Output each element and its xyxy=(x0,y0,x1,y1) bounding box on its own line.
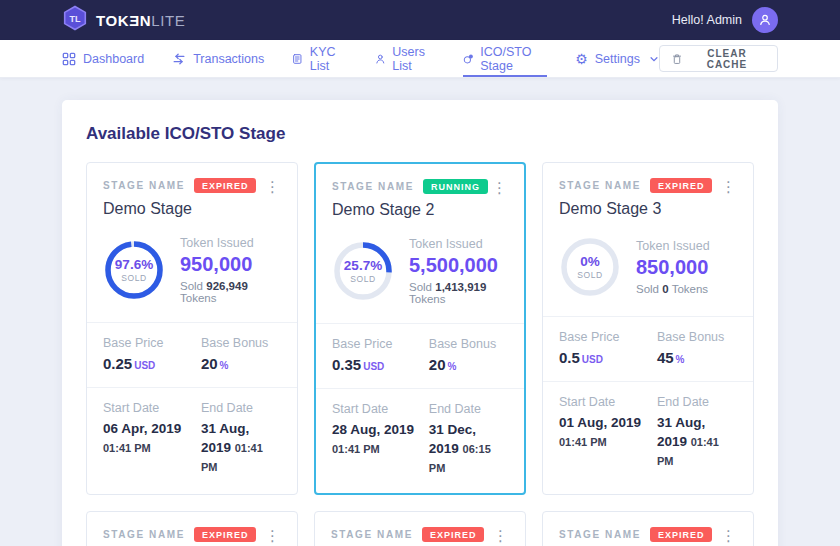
content-panel: Available ICO/STO Stage ⋮ STAGE NAME EXP… xyxy=(62,100,778,546)
percent-unit: % xyxy=(220,360,229,371)
sold-percentage-donut: 25.7% SOLD xyxy=(332,240,394,302)
stage-card: ⋮ STAGE NAME EXPIRED Demo Stage 4 0% SOL… xyxy=(86,511,298,546)
user-avatar[interactable] xyxy=(752,7,778,33)
end-date-label: End Date xyxy=(201,401,281,415)
token-issued-amount: 950,000 xyxy=(180,253,281,276)
sold-percent-value: 97.6% xyxy=(115,257,153,272)
base-bonus-value: 45% xyxy=(657,349,737,366)
stage-name-label: STAGE NAME xyxy=(331,529,413,540)
end-date-value: 31 Aug, 2019 01:41 PM xyxy=(201,420,281,477)
stage-status-badge: EXPIRED xyxy=(650,178,713,193)
start-time-value: 01:41 PM xyxy=(559,436,607,448)
start-date-label: Start Date xyxy=(332,402,429,416)
top-bar: TL TOKƎNLITE Hello! Admin xyxy=(0,0,840,40)
stage-card: ⋮ STAGE NAME RUNNING Demo Stage 2 25.7% … xyxy=(314,162,526,495)
stage-title: Demo Stage xyxy=(103,200,281,218)
kebab-menu-icon[interactable]: ⋮ xyxy=(260,526,285,545)
usd-unit: USD xyxy=(134,360,155,371)
sold-percentage-donut: 97.6% SOLD xyxy=(103,239,165,301)
kebab-menu-icon[interactable]: ⋮ xyxy=(716,177,741,196)
nav-item-kyc-list[interactable]: KYC List xyxy=(292,40,346,77)
kebab-menu-icon[interactable]: ⋮ xyxy=(260,177,285,196)
nav-label: Settings xyxy=(595,52,640,66)
base-price-value: 0.5USD xyxy=(559,349,657,366)
nav-item-users-list[interactable]: Users List xyxy=(375,40,435,77)
base-price-label: Base Price xyxy=(559,330,657,344)
token-issued-label: Token Issued xyxy=(409,237,508,251)
token-issued-amount: 5,500,000 xyxy=(409,254,508,277)
percent-unit: % xyxy=(447,361,456,372)
stage-card: ⋮ STAGE NAME EXPIRED Demo Stage 5 0% SOL… xyxy=(314,511,526,546)
start-date-label: Start Date xyxy=(103,401,201,415)
dates-row: Start Date 28 Aug, 2019 01:41 PM End Dat… xyxy=(316,388,524,493)
start-time-value: 01:41 PM xyxy=(332,443,380,455)
ico-coins-icon xyxy=(463,52,474,66)
nav-item-transactions[interactable]: Transactions xyxy=(172,40,264,77)
sold-tokens-line: Sold 0 Tokens xyxy=(636,283,710,295)
person-icon xyxy=(758,13,772,27)
clear-cache-button[interactable]: CLEAR CACHE xyxy=(659,45,778,72)
base-bonus-label: Base Bonus xyxy=(201,336,281,350)
transactions-arrows-icon xyxy=(172,52,186,66)
page-title: Available ICO/STO Stage xyxy=(86,124,754,144)
kebab-menu-icon[interactable]: ⋮ xyxy=(487,178,512,197)
sold-percent-value: 25.7% xyxy=(344,258,382,273)
clear-cache-label: CLEAR CACHE xyxy=(689,48,765,70)
dates-row: Start Date 06 Apr, 2019 01:41 PM End Dat… xyxy=(87,387,297,492)
base-bonus-label: Base Bonus xyxy=(429,337,508,351)
stage-name-label: STAGE NAME xyxy=(332,181,414,192)
stage-status-badge: EXPIRED xyxy=(650,527,713,542)
end-date-label: End Date xyxy=(429,402,508,416)
svg-text:TL: TL xyxy=(70,14,81,24)
base-price-label: Base Price xyxy=(103,336,201,350)
percent-unit: % xyxy=(676,354,685,365)
start-date-value: 06 Apr, 2019 01:41 PM xyxy=(103,420,201,458)
sold-percent-value: 0% xyxy=(580,254,600,269)
stage-card: ⋮ STAGE NAME EXPIRED Demo Stage 3 0% SOL… xyxy=(542,162,754,495)
sold-word-label: SOLD xyxy=(350,274,376,284)
main-nav: Dashboard Transactions KYC List xyxy=(0,40,840,78)
stage-title: Demo Stage 2 xyxy=(332,201,508,219)
usd-unit: USD xyxy=(363,361,384,372)
dates-row: Start Date 01 Aug, 2019 01:41 PM End Dat… xyxy=(543,381,753,486)
kebab-menu-icon[interactable]: ⋮ xyxy=(716,526,741,545)
gear-icon: ⚙ xyxy=(575,52,588,66)
tokenlite-hexagon-icon: TL xyxy=(62,5,88,35)
brand-name: TOKƎNLITE xyxy=(96,12,185,29)
start-date-value: 01 Aug, 2019 01:41 PM xyxy=(559,414,657,452)
start-date-label: Start Date xyxy=(559,395,657,409)
nav-label: ICO/STO Stage xyxy=(480,45,547,73)
base-price-label: Base Price xyxy=(332,337,429,351)
stage-name-label: STAGE NAME xyxy=(559,180,641,191)
sold-tokens-line: Sold 926,949 Tokens xyxy=(180,280,281,304)
base-bonus-value: 20% xyxy=(201,355,281,372)
nav-item-dashboard[interactable]: Dashboard xyxy=(62,40,144,77)
stage-name-label: STAGE NAME xyxy=(103,529,185,540)
kebab-menu-icon[interactable]: ⋮ xyxy=(488,526,513,545)
base-bonus-label: Base Bonus xyxy=(657,330,737,344)
price-bonus-row: Base Price 0.25USD Base Bonus 20% xyxy=(87,322,297,387)
sold-tokens-count: 0 xyxy=(662,283,668,295)
stage-status-badge: RUNNING xyxy=(423,179,488,194)
price-bonus-row: Base Price 0.5USD Base Bonus 45% xyxy=(543,316,753,381)
nav-label: Transactions xyxy=(193,52,264,66)
usd-unit: USD xyxy=(582,354,603,365)
stage-name-label: STAGE NAME xyxy=(103,180,185,191)
stage-card: ⋮ STAGE NAME EXPIRED Demo Stage 6 0% SOL… xyxy=(542,511,754,546)
sold-tokens-count: 1,413,919 xyxy=(435,281,486,293)
stage-card-grid: ⋮ STAGE NAME EXPIRED Demo Stage 97.6% SO… xyxy=(86,162,754,546)
sold-word-label: SOLD xyxy=(121,273,147,283)
user-greeting: Hello! Admin xyxy=(672,13,742,27)
end-date-value: 31 Aug, 2019 01:41 PM xyxy=(657,414,737,471)
base-price-value: 0.35USD xyxy=(332,356,429,373)
base-price-value: 0.25USD xyxy=(103,355,201,372)
stage-name-label: STAGE NAME xyxy=(559,529,641,540)
brand-logo[interactable]: TL TOKƎNLITE xyxy=(62,5,185,35)
base-bonus-value: 20% xyxy=(429,356,508,373)
nav-item-ico-sto-stage[interactable]: ICO/STO Stage xyxy=(463,40,548,77)
token-issued-label: Token Issued xyxy=(636,239,710,253)
nav-item-settings[interactable]: ⚙ Settings xyxy=(575,40,659,77)
stage-status-badge: EXPIRED xyxy=(422,527,485,542)
price-bonus-row: Base Price 0.35USD Base Bonus 20% xyxy=(316,323,524,388)
nav-label: KYC List xyxy=(310,45,347,73)
